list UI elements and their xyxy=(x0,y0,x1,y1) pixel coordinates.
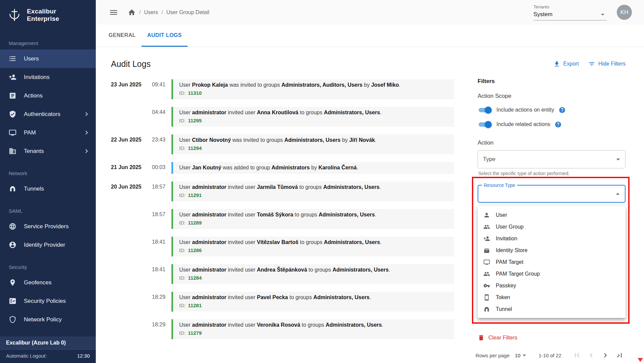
log-date: 22 Jun 2025 xyxy=(111,134,152,154)
pagination: Rows per page 10 1-10 of 22 xyxy=(476,351,627,360)
globe-icon xyxy=(9,223,16,230)
sidebar-item-users[interactable]: Users xyxy=(0,49,96,68)
log-date xyxy=(111,107,152,127)
audit-log-entry[interactable]: User administrator invited user Vítězsla… xyxy=(171,237,454,256)
last-page-button[interactable] xyxy=(612,351,627,360)
log-id-value: 11286 xyxy=(188,247,202,253)
audit-log-entry[interactable]: User administrator invited user Jarmila … xyxy=(171,182,454,201)
menu-icon[interactable] xyxy=(109,8,118,17)
sidebar-item-label: Geofences xyxy=(24,279,90,286)
chevron-right-icon xyxy=(83,129,90,136)
sidebar-item-service-providers[interactable]: Service Providers xyxy=(0,217,96,236)
identity-icon xyxy=(9,241,16,249)
resource-option-token[interactable]: Token xyxy=(478,291,626,303)
resource-option-pam-target[interactable]: PAM Target xyxy=(478,256,626,268)
resource-option-invitation[interactable]: Invitation xyxy=(478,233,626,244)
tenant-select[interactable]: System xyxy=(533,10,607,21)
brand: Excalibur Enterprise xyxy=(0,0,96,30)
rows-per-page-select[interactable]: 10 xyxy=(515,351,529,359)
resource-option-user[interactable]: User xyxy=(478,209,626,221)
log-time: 23:43 xyxy=(152,134,171,154)
log-id-label: ID: xyxy=(179,192,186,198)
rows-per-page-label: Rows per page xyxy=(476,353,510,358)
log-row: 20 Jun 202518:57User administrator invit… xyxy=(111,182,454,201)
sidebar-item-tenants[interactable]: Tenants xyxy=(0,142,96,160)
content-head: Audit Logs Export Hide Filters xyxy=(111,57,626,71)
help-icon[interactable] xyxy=(559,107,566,114)
log-date: 20 Jun 2025 xyxy=(111,182,152,201)
shield-check-icon xyxy=(9,110,16,118)
sidebar-section-label: Security xyxy=(9,264,96,270)
sidebar-item-authenticators[interactable]: Authenticators xyxy=(0,105,96,123)
audit-log-entry[interactable]: User administrator invited user Anna Kro… xyxy=(171,107,454,127)
resource-option-passkey[interactable]: Passkey xyxy=(478,280,626,291)
sidebar-item-label: Users xyxy=(24,55,90,62)
help-icon[interactable] xyxy=(555,121,562,128)
audit-log-entry[interactable]: User administrator invited user Pavel Pe… xyxy=(171,292,454,312)
sidebar-item-geofences[interactable]: Geofences xyxy=(0,273,96,292)
hide-filters-button[interactable]: Hide Filters xyxy=(588,61,626,68)
audit-log-entry[interactable]: User administrator invited user Veronika… xyxy=(171,319,454,339)
log-id-label: ID: xyxy=(179,330,186,336)
toggle-switch-include-actions-on-entity[interactable] xyxy=(478,106,492,114)
resource-option-tunnel[interactable]: Tunnel xyxy=(478,303,626,315)
log-id-label: ID: xyxy=(179,247,186,253)
first-page-button[interactable] xyxy=(570,351,584,360)
log-row: 18:29User administrator invited user Pav… xyxy=(111,292,454,312)
tab-general[interactable]: GENERAL xyxy=(103,25,142,47)
audit-log-entry[interactable]: User administrator invited user Tomáš Sý… xyxy=(171,209,454,229)
tunnel-icon xyxy=(9,185,16,193)
breadcrumb-item[interactable]: Users xyxy=(144,9,158,15)
log-time: 18:29 xyxy=(152,319,171,339)
prev-page-button[interactable] xyxy=(584,351,598,360)
log-date xyxy=(111,264,152,284)
store-icon xyxy=(483,247,490,254)
excalibur-logo-icon xyxy=(7,7,22,23)
sidebar-item-label: Tunnels xyxy=(24,186,90,192)
sidebar-item-label: Tenants xyxy=(24,148,75,155)
resource-option-user-group[interactable]: User Group xyxy=(478,221,626,233)
breadcrumb-item[interactable]: User Group Detail xyxy=(166,9,209,15)
resource-option-identity-store[interactable]: Identity Store xyxy=(478,244,626,256)
toggle-switch-include-related-actions[interactable] xyxy=(478,120,492,128)
audit-log-entry[interactable]: User administrator invited user Andrea Š… xyxy=(171,264,454,284)
tenant-select-wrap: Tenants System xyxy=(533,4,607,21)
sidebar-item-network-policy[interactable]: Network Policy xyxy=(0,310,96,329)
log-row: 21 Jun 202500:03User Jan Koutný was adde… xyxy=(111,162,454,174)
chevron-down-icon xyxy=(520,351,528,359)
policy-icon xyxy=(9,297,16,305)
log-message: User administrator invited user Tomáš Sý… xyxy=(179,211,448,219)
topbar-right: Tenants System KH xyxy=(533,4,632,21)
action-type-helper: Select the specific type of action perfo… xyxy=(478,171,626,176)
chevron-up-icon xyxy=(613,190,622,198)
sidebar: Excalibur Enterprise ManagementUsersInvi… xyxy=(0,0,96,363)
audit-log-entry[interactable]: User Prokop Kaleja was invited to groups… xyxy=(171,79,454,99)
sidebar-item-tunnels[interactable]: Tunnels xyxy=(0,179,96,198)
tab-audit-logs[interactable]: AUDIT LOGS xyxy=(142,25,188,47)
next-page-button[interactable] xyxy=(598,351,612,360)
clear-filters-button[interactable]: Clear Filters xyxy=(478,334,517,341)
download-icon xyxy=(553,61,560,68)
home-icon[interactable] xyxy=(128,8,136,16)
avatar[interactable]: KH xyxy=(617,5,632,20)
log-message: User administrator invited user Anna Kro… xyxy=(179,109,448,117)
person-icon xyxy=(483,212,490,218)
sidebar-item-pam[interactable]: PAM xyxy=(0,123,96,142)
audit-log-entry[interactable]: User Ctibor Novotný was invited to group… xyxy=(171,134,454,154)
log-time: 04:44 xyxy=(152,107,171,127)
sidebar-item-label: Service Providers xyxy=(24,223,90,230)
sidebar-section-label: Network xyxy=(9,170,96,176)
resource-type-select[interactable]: Resource Type xyxy=(478,185,626,203)
resource-option-label: PAM Target xyxy=(496,259,523,265)
resource-option-label: Tunnel xyxy=(496,306,512,312)
brand-name: Excalibur Enterprise xyxy=(27,8,89,23)
sidebar-item-invitations[interactable]: Invitations xyxy=(0,68,96,86)
resource-option-pam-target-group[interactable]: PAM Target Group xyxy=(478,268,626,280)
sidebar-item-identity-provider[interactable]: Identity Provider xyxy=(0,236,96,254)
export-button[interactable]: Export xyxy=(553,61,579,68)
resource-option-label: Invitation xyxy=(496,236,517,242)
action-type-select[interactable]: Type xyxy=(478,150,626,168)
sidebar-item-security-policies[interactable]: Security Policies xyxy=(0,292,96,310)
sidebar-item-actions[interactable]: Actions xyxy=(0,86,96,105)
audit-log-entry[interactable]: User Jan Koutný was added to group Admin… xyxy=(171,162,454,174)
